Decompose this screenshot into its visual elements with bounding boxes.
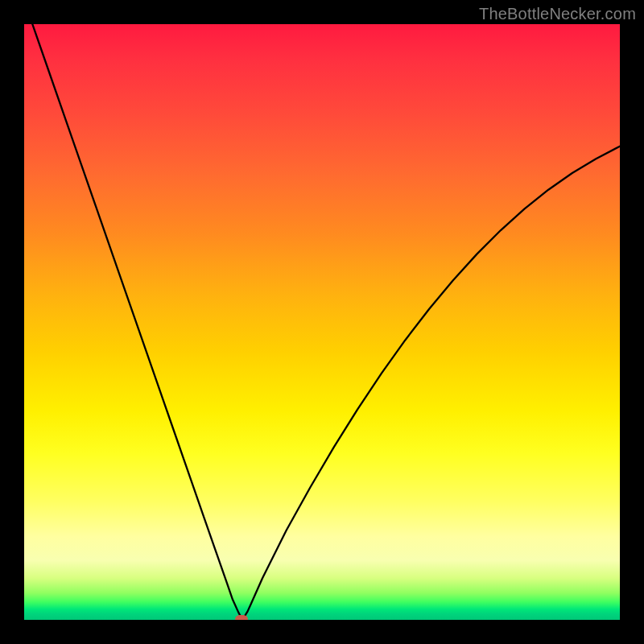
optimal-point-marker — [235, 615, 248, 620]
bottleneck-curve — [24, 24, 620, 620]
watermark-text: TheBottleNecker.com — [479, 5, 636, 23]
plot-area — [24, 24, 620, 620]
chart-container: TheBottleNecker.com — [0, 0, 644, 644]
